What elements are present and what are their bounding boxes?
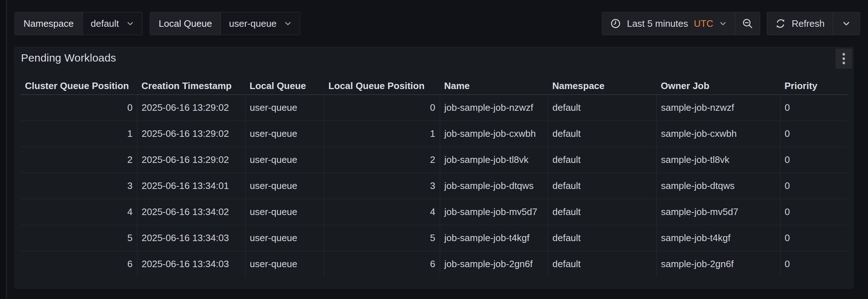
- cell-priority: 0: [780, 173, 847, 199]
- cell-local-queue-position: 4: [324, 199, 440, 225]
- refresh-interval-dropdown[interactable]: [833, 12, 860, 35]
- cell-name: job-sample-job-nzwzf: [440, 94, 548, 121]
- column-header-local-queue[interactable]: Local Queue: [245, 78, 324, 94]
- refresh-label: Refresh: [792, 18, 825, 29]
- cell-cluster-queue-position: 6: [21, 251, 137, 277]
- cell-creation-timestamp: 2025-06-16 13:29:02: [137, 121, 245, 147]
- cell-owner-job: sample-job-dtqws: [656, 173, 780, 199]
- cell-cluster-queue-position: 1: [21, 121, 137, 147]
- panel-menu-button[interactable]: [835, 49, 852, 69]
- time-picker-group: Last 5 minutes UTC: [602, 12, 760, 35]
- cell-namespace: default: [548, 147, 656, 173]
- cell-local-queue: user-queue: [245, 94, 324, 121]
- column-header-owner-job[interactable]: Owner Job: [656, 78, 780, 94]
- table-row: 0 2025-06-16 13:29:02 user-queue 0 job-s…: [21, 94, 847, 121]
- cell-cluster-queue-position: 4: [21, 199, 137, 225]
- variable-namespace-label: Namespace: [15, 12, 83, 35]
- cell-priority: 0: [780, 147, 847, 173]
- cell-name: job-sample-job-tl8vk: [440, 147, 548, 173]
- cell-local-queue-position: 5: [324, 225, 440, 251]
- cell-owner-job: sample-job-cxwbh: [656, 121, 780, 147]
- cell-local-queue: user-queue: [245, 173, 324, 199]
- cell-namespace: default: [548, 94, 656, 121]
- cell-local-queue-position: 3: [324, 173, 440, 199]
- cell-owner-job: sample-job-2gn6f: [656, 251, 780, 277]
- column-header-namespace[interactable]: Namespace: [548, 78, 656, 94]
- table-row: 6 2025-06-16 13:34:03 user-queue 6 job-s…: [21, 251, 847, 277]
- cell-namespace: default: [548, 251, 656, 277]
- cell-owner-job: sample-job-t4kgf: [656, 225, 780, 251]
- time-controls: Last 5 minutes UTC: [602, 12, 860, 35]
- cell-creation-timestamp: 2025-06-16 13:34:03: [137, 225, 245, 251]
- variable-namespace-value: default: [91, 18, 119, 29]
- column-header-cluster-queue-position[interactable]: Cluster Queue Position: [21, 78, 137, 94]
- clock-icon: [610, 18, 621, 29]
- variable-local-queue-select[interactable]: user-queue: [221, 12, 300, 35]
- magnifier-minus-icon: [742, 18, 753, 29]
- cell-local-queue: user-queue: [245, 121, 324, 147]
- pending-workloads-panel: Pending Workloads Cluster Queue Position…: [14, 47, 854, 289]
- page-left-edge: [0, 0, 6, 299]
- panel-header: Pending Workloads: [15, 47, 853, 68]
- sync-icon: [775, 18, 786, 29]
- cell-priority: 0: [780, 94, 847, 121]
- cell-namespace: default: [548, 121, 656, 147]
- chevron-down-icon: [126, 20, 134, 28]
- cell-owner-job: sample-job-tl8vk: [656, 147, 780, 173]
- zoom-out-button[interactable]: [735, 12, 760, 35]
- workloads-table-wrap: Cluster Queue Position Creation Timestam…: [15, 78, 853, 277]
- timezone-badge: UTC: [694, 18, 713, 29]
- column-header-local-queue-position[interactable]: Local Queue Position: [324, 78, 440, 94]
- variable-local-queue: Local Queue user-queue: [150, 12, 300, 35]
- cell-local-queue: user-queue: [245, 199, 324, 225]
- refresh-group: Refresh: [767, 12, 860, 35]
- cell-name: job-sample-job-mv5d7: [440, 199, 548, 225]
- cell-cluster-queue-position: 3: [21, 173, 137, 199]
- table-row: 5 2025-06-16 13:34:03 user-queue 5 job-s…: [21, 225, 847, 251]
- cell-creation-timestamp: 2025-06-16 13:34:02: [137, 199, 245, 225]
- cell-name: job-sample-job-dtqws: [440, 173, 548, 199]
- variable-namespace-select[interactable]: default: [83, 12, 142, 35]
- cell-namespace: default: [548, 199, 656, 225]
- cell-priority: 0: [780, 225, 847, 251]
- refresh-button[interactable]: Refresh: [767, 12, 833, 35]
- cell-cluster-queue-position: 0: [21, 94, 137, 121]
- cell-priority: 0: [780, 199, 847, 225]
- cell-local-queue-position: 6: [324, 251, 440, 277]
- column-header-creation-timestamp[interactable]: Creation Timestamp: [137, 78, 245, 94]
- kebab-menu-icon: [842, 52, 846, 65]
- time-range-button[interactable]: Last 5 minutes UTC: [602, 12, 735, 35]
- cell-name: job-sample-job-t4kgf: [440, 225, 548, 251]
- table-header-row: Cluster Queue Position Creation Timestam…: [21, 78, 847, 94]
- variable-controls: Namespace default Local Queue user-queue: [14, 12, 300, 35]
- column-header-name[interactable]: Name: [440, 78, 548, 94]
- cell-name: job-sample-job-cxwbh: [440, 121, 548, 147]
- time-range-label: Last 5 minutes: [627, 18, 688, 29]
- table-row: 3 2025-06-16 13:34:01 user-queue 3 job-s…: [21, 173, 847, 199]
- page-left-edge-line: [6, 0, 7, 299]
- cell-local-queue: user-queue: [245, 251, 324, 277]
- table-row: 1 2025-06-16 13:29:02 user-queue 1 job-s…: [21, 121, 847, 147]
- cell-owner-job: sample-job-nzwzf: [656, 94, 780, 121]
- cell-priority: 0: [780, 121, 847, 147]
- chevron-down-icon: [842, 19, 851, 28]
- cell-creation-timestamp: 2025-06-16 13:29:02: [137, 94, 245, 121]
- cell-owner-job: sample-job-mv5d7: [656, 199, 780, 225]
- cell-local-queue-position: 2: [324, 147, 440, 173]
- chevron-down-icon: [284, 20, 292, 28]
- cell-creation-timestamp: 2025-06-16 13:34:03: [137, 251, 245, 277]
- variable-namespace: Namespace default: [14, 12, 142, 35]
- cell-name: job-sample-job-2gn6f: [440, 251, 548, 277]
- dashboard-toolbar: Namespace default Local Queue user-queue: [14, 12, 860, 35]
- cell-local-queue: user-queue: [245, 147, 324, 173]
- cell-local-queue-position: 1: [324, 121, 440, 147]
- cell-cluster-queue-position: 5: [21, 225, 137, 251]
- panel-title: Pending Workloads: [21, 52, 116, 64]
- column-header-priority[interactable]: Priority: [780, 78, 847, 94]
- cell-creation-timestamp: 2025-06-16 13:34:01: [137, 173, 245, 199]
- table-row: 4 2025-06-16 13:34:02 user-queue 4 job-s…: [21, 199, 847, 225]
- cell-cluster-queue-position: 2: [21, 147, 137, 173]
- table-row: 2 2025-06-16 13:29:02 user-queue 2 job-s…: [21, 147, 847, 173]
- cell-priority: 0: [780, 251, 847, 277]
- cell-creation-timestamp: 2025-06-16 13:29:02: [137, 147, 245, 173]
